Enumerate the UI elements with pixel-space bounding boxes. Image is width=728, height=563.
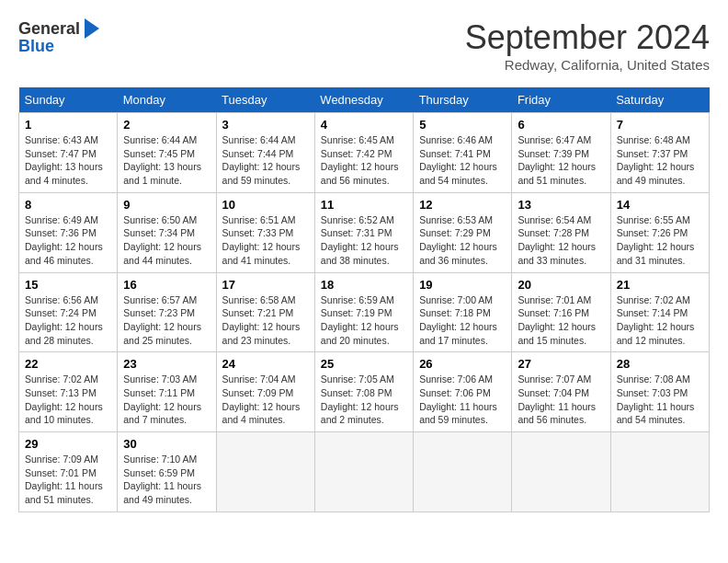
day-number: 11 [321,198,407,212]
day-number: 27 [518,357,604,371]
day-info: Sunrise: 7:08 AMSunset: 7:03 PMDaylight:… [617,373,703,427]
calendar-cell: 20Sunrise: 7:01 AMSunset: 7:16 PMDayligh… [512,272,610,352]
calendar-cell: 30Sunrise: 7:10 AMSunset: 6:59 PMDayligh… [118,432,216,512]
day-header-sunday: Sunday [19,87,118,113]
day-info: Sunrise: 6:44 AMSunset: 7:45 PMDaylight:… [123,133,210,188]
day-info: Sunrise: 6:51 AMSunset: 7:33 PMDaylight:… [222,213,309,268]
day-number: 9 [123,198,210,212]
logo-arrow-icon [83,18,99,39]
calendar-cell: 17Sunrise: 6:58 AMSunset: 7:21 PMDayligh… [216,272,314,352]
calendar-cell: 12Sunrise: 6:53 AMSunset: 7:29 PMDayligh… [414,192,512,272]
calendar-cell [512,432,610,512]
calendar-cell: 3Sunrise: 6:44 AMSunset: 7:44 PMDaylight… [216,113,314,193]
calendar-cell: 15Sunrise: 6:56 AMSunset: 7:24 PMDayligh… [19,272,118,352]
day-number: 13 [518,198,604,212]
title-section: September 2024 Redway, California, Unite… [465,18,710,73]
calendar-cell: 18Sunrise: 6:59 AMSunset: 7:19 PMDayligh… [314,272,413,352]
day-number: 23 [123,357,210,371]
day-info: Sunrise: 7:02 AMSunset: 7:14 PMDaylight:… [617,293,703,348]
day-number: 18 [321,278,407,292]
day-number: 14 [617,198,703,212]
day-number: 24 [222,357,309,371]
day-number: 30 [123,437,210,451]
day-header-saturday: Saturday [610,87,709,113]
day-info: Sunrise: 6:50 AMSunset: 7:34 PMDaylight:… [123,213,210,268]
day-info: Sunrise: 6:55 AMSunset: 7:26 PMDaylight:… [617,213,703,268]
day-header-monday: Monday [118,87,216,113]
day-info: Sunrise: 7:09 AMSunset: 7:01 PMDaylight:… [25,453,111,507]
day-info: Sunrise: 6:53 AMSunset: 7:29 PMDaylight:… [419,213,506,268]
calendar-cell: 6Sunrise: 6:47 AMSunset: 7:39 PMDaylight… [512,113,610,193]
days-header-row: SundayMondayTuesdayWednesdayThursdayFrid… [19,87,710,113]
day-info: Sunrise: 6:47 AMSunset: 7:39 PMDaylight:… [518,133,604,188]
day-number: 17 [222,278,309,292]
calendar-cell: 13Sunrise: 6:54 AMSunset: 7:28 PMDayligh… [512,192,610,272]
day-info: Sunrise: 7:04 AMSunset: 7:09 PMDaylight:… [222,373,309,427]
day-header-wednesday: Wednesday [314,87,413,113]
calendar-cell: 9Sunrise: 6:50 AMSunset: 7:34 PMDaylight… [118,192,216,272]
day-info: Sunrise: 6:59 AMSunset: 7:19 PMDaylight:… [321,293,407,348]
day-number: 6 [518,118,604,132]
day-number: 22 [25,357,111,371]
day-number: 15 [25,278,111,292]
logo: General Blue [18,18,99,56]
day-header-tuesday: Tuesday [216,87,314,113]
svg-marker-0 [85,18,99,39]
calendar-cell [216,432,314,512]
calendar-cell [414,432,512,512]
day-info: Sunrise: 7:06 AMSunset: 7:06 PMDaylight:… [419,373,506,427]
calendar-cell: 25Sunrise: 7:05 AMSunset: 7:08 PMDayligh… [314,352,413,432]
day-info: Sunrise: 6:57 AMSunset: 7:23 PMDaylight:… [123,293,210,348]
calendar-cell: 23Sunrise: 7:03 AMSunset: 7:11 PMDayligh… [118,352,216,432]
day-info: Sunrise: 6:56 AMSunset: 7:24 PMDaylight:… [25,293,111,348]
calendar-cell: 4Sunrise: 6:45 AMSunset: 7:42 PMDaylight… [314,113,413,193]
calendar-cell: 26Sunrise: 7:06 AMSunset: 7:06 PMDayligh… [414,352,512,432]
month-title: September 2024 [465,18,710,57]
day-number: 21 [617,278,703,292]
day-number: 25 [321,357,407,371]
week-row-4: 22Sunrise: 7:02 AMSunset: 7:13 PMDayligh… [19,352,710,432]
day-number: 26 [419,357,506,371]
day-info: Sunrise: 6:46 AMSunset: 7:41 PMDaylight:… [419,133,506,188]
day-info: Sunrise: 7:03 AMSunset: 7:11 PMDaylight:… [123,373,210,427]
week-row-5: 29Sunrise: 7:09 AMSunset: 7:01 PMDayligh… [19,432,710,512]
calendar-cell: 27Sunrise: 7:07 AMSunset: 7:04 PMDayligh… [512,352,610,432]
page-header: General Blue September 2024 Redway, Cali… [18,18,710,73]
calendar-cell: 16Sunrise: 6:57 AMSunset: 7:23 PMDayligh… [118,272,216,352]
calendar-cell: 10Sunrise: 6:51 AMSunset: 7:33 PMDayligh… [216,192,314,272]
logo-general-text: General [18,19,80,39]
day-number: 10 [222,198,309,212]
calendar-cell [610,432,709,512]
day-number: 1 [25,118,111,132]
day-number: 19 [419,278,506,292]
calendar-cell: 7Sunrise: 6:48 AMSunset: 7:37 PMDaylight… [610,113,709,193]
day-info: Sunrise: 6:58 AMSunset: 7:21 PMDaylight:… [222,293,309,348]
calendar-cell: 14Sunrise: 6:55 AMSunset: 7:26 PMDayligh… [610,192,709,272]
calendar-table: SundayMondayTuesdayWednesdayThursdayFrid… [18,87,710,512]
calendar-cell: 22Sunrise: 7:02 AMSunset: 7:13 PMDayligh… [19,352,118,432]
day-info: Sunrise: 6:43 AMSunset: 7:47 PMDaylight:… [25,133,111,188]
day-number: 20 [518,278,604,292]
day-number: 4 [321,118,407,132]
calendar-cell: 1Sunrise: 6:43 AMSunset: 7:47 PMDaylight… [19,113,118,193]
day-number: 3 [222,118,309,132]
calendar-cell: 21Sunrise: 7:02 AMSunset: 7:14 PMDayligh… [610,272,709,352]
day-info: Sunrise: 7:07 AMSunset: 7:04 PMDaylight:… [518,373,604,427]
day-info: Sunrise: 6:54 AMSunset: 7:28 PMDaylight:… [518,213,604,268]
calendar-cell: 8Sunrise: 6:49 AMSunset: 7:36 PMDaylight… [19,192,118,272]
calendar-cell: 28Sunrise: 7:08 AMSunset: 7:03 PMDayligh… [610,352,709,432]
logo-blue-text: Blue [18,37,99,56]
day-number: 7 [617,118,703,132]
day-info: Sunrise: 7:00 AMSunset: 7:18 PMDaylight:… [419,293,506,348]
calendar-cell: 29Sunrise: 7:09 AMSunset: 7:01 PMDayligh… [19,432,118,512]
day-number: 12 [419,198,506,212]
day-header-friday: Friday [512,87,610,113]
day-info: Sunrise: 6:48 AMSunset: 7:37 PMDaylight:… [617,133,703,188]
calendar-cell: 11Sunrise: 6:52 AMSunset: 7:31 PMDayligh… [314,192,413,272]
day-info: Sunrise: 6:49 AMSunset: 7:36 PMDaylight:… [25,213,111,268]
day-number: 5 [419,118,506,132]
calendar-cell [314,432,413,512]
day-number: 29 [25,437,111,451]
calendar-cell: 5Sunrise: 6:46 AMSunset: 7:41 PMDaylight… [414,113,512,193]
day-info: Sunrise: 7:05 AMSunset: 7:08 PMDaylight:… [321,373,407,427]
